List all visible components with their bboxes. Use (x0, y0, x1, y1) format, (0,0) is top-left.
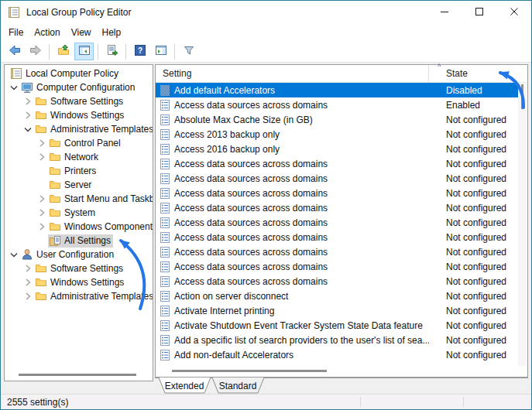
tree-item-content: Administrative Templates (34, 123, 153, 136)
chevron-collapsed-icon[interactable] (36, 207, 48, 219)
tree-item-windows-settings[interactable]: Windows Settings (5, 275, 153, 289)
tree-item-user-configuration[interactable]: User Configuration (5, 248, 153, 261)
chevron-expanded-icon[interactable] (8, 248, 20, 261)
tree-item-local-computer-policy[interactable]: Local Computer Policy (5, 67, 153, 80)
list-row[interactable]: Access data sources across domainsNot co… (156, 259, 518, 274)
chevron-expanded-icon[interactable] (8, 81, 20, 94)
back-button[interactable] (5, 43, 24, 60)
tree-item-windows-components[interactable]: Windows Components (5, 220, 153, 234)
chevron-collapsed-icon[interactable] (22, 262, 34, 275)
menu-file[interactable]: File (3, 26, 29, 39)
chevron-placeholder (36, 234, 48, 247)
policy-icon (160, 203, 170, 214)
vertical-scrollbar[interactable] (518, 83, 527, 366)
list-row[interactable]: Action on server disconnectNot configure… (156, 289, 518, 303)
help-button[interactable]: ? (130, 43, 149, 60)
tree-item-network[interactable]: Network (5, 150, 153, 164)
state-value: Not configured (429, 188, 518, 199)
tree-item-printers[interactable]: Printers (5, 164, 153, 178)
tree-item-label: Server (64, 179, 91, 190)
tree-item-control-panel[interactable]: Control Panel (5, 136, 153, 150)
list-row[interactable]: Add non-default AcceleratorsNot configur… (156, 347, 518, 362)
minimize-button[interactable] (427, 1, 462, 24)
tree-item-label: Windows Settings (50, 110, 124, 121)
list-row[interactable]: Activate Shutdown Event Tracker System S… (156, 318, 518, 333)
chevron-collapsed-icon[interactable] (22, 290, 34, 302)
tree-item-label: Printers (64, 166, 96, 176)
menu-help[interactable]: Help (97, 26, 127, 39)
up-one-level-button[interactable] (53, 43, 73, 60)
list-row[interactable]: Access 2016 backup onlyNot configured (156, 142, 518, 156)
list-row[interactable]: Access data sources across domainsNot co… (156, 200, 518, 215)
list-row[interactable]: Access data sources across domainsNot co… (156, 274, 518, 289)
setting-label: Access data sources across domains (174, 203, 328, 214)
gpo-icon (10, 67, 22, 80)
export-list-icon (106, 44, 118, 59)
policy-icon (160, 114, 170, 125)
setting-label: Access data sources across domains (174, 159, 328, 169)
tab-extended-label[interactable]: Extended (165, 381, 204, 391)
close-button[interactable] (496, 1, 531, 24)
list-row[interactable]: Add a specific list of search providers … (156, 333, 518, 347)
list-row[interactable]: Access data sources across domainsNot co… (156, 244, 518, 259)
chevron-collapsed-icon[interactable] (36, 151, 48, 163)
list-row[interactable]: Access data sources across domainsEnable… (156, 97, 518, 112)
state-value: Not configured (429, 144, 518, 155)
tree-item-system[interactable]: System (5, 206, 153, 220)
chevron-collapsed-icon[interactable] (36, 220, 48, 233)
state-value: Not configured (429, 276, 518, 287)
list-row[interactable]: Access data sources across domainsNot co… (156, 215, 518, 230)
tree-item-all-settings[interactable]: All Settings (5, 234, 153, 248)
tree-item-windows-settings[interactable]: Windows Settings (5, 108, 153, 122)
list-row[interactable]: Access 2013 backup onlyNot configured (156, 127, 518, 142)
setting-cell: Access data sources across domains (156, 173, 429, 184)
chevron-collapsed-icon[interactable] (22, 109, 34, 121)
list-row[interactable]: Access data sources across domainsNot co… (156, 186, 518, 200)
chevron-expanded-icon[interactable] (22, 123, 34, 135)
chevron-collapsed-icon[interactable] (36, 137, 48, 149)
list-row[interactable]: Access data sources across domainsNot co… (156, 156, 518, 171)
maximize-button[interactable] (462, 1, 496, 24)
policy-icon (160, 129, 170, 140)
chevron-collapsed-icon[interactable] (22, 95, 34, 108)
tree-item-server[interactable]: Server (5, 178, 153, 192)
action-pane-toggle[interactable] (151, 43, 170, 60)
tree-item-software-settings[interactable]: Software Settings (5, 94, 153, 108)
tree-item-administrative-templates[interactable]: Administrative Templates (5, 122, 153, 136)
tree-horizontal-scrollbar-thumb[interactable] (19, 374, 136, 376)
tree-item-start-menu-and-taskbar[interactable]: Start Menu and Taskbar (5, 192, 153, 206)
folder-icon (49, 151, 61, 163)
menu-view[interactable]: View (66, 26, 97, 39)
status-text: 2555 setting(s) (7, 397, 68, 408)
toolbar-separator (49, 44, 50, 60)
tree-item-computer-configuration[interactable]: Computer Configuration (5, 80, 153, 94)
list-row[interactable]: Absolute Max Cache Size (in GB)Not confi… (156, 112, 518, 127)
settings-list-panel: Setting ^ State Add default Accelerators… (155, 64, 528, 378)
column-header-setting[interactable]: Setting (156, 65, 429, 82)
list-horizontal-scrollbar-thumb[interactable] (172, 370, 327, 372)
tab-standard-label[interactable]: Standard (219, 381, 257, 391)
forward-button[interactable] (26, 43, 45, 60)
menu-bar: FileActionViewHelp (1, 24, 531, 41)
tree-item-software-settings[interactable]: Software Settings (5, 261, 153, 275)
policy-icon (160, 306, 170, 316)
list-row[interactable]: Add default AcceleratorsDisabled (156, 83, 518, 97)
chevron-collapsed-icon[interactable] (22, 276, 34, 289)
chevron-collapsed-icon[interactable] (36, 193, 48, 205)
list-row[interactable]: Activate Internet printingNot configured (156, 303, 518, 318)
console-tree-toggle[interactable] (74, 43, 94, 60)
filter-button[interactable] (179, 43, 198, 60)
tree-item-administrative-templates[interactable]: Administrative Templates (5, 289, 153, 303)
tree-item-label: Windows Components (64, 221, 153, 232)
column-header-state[interactable]: ^ State (429, 65, 518, 82)
state-value: Not configured (429, 232, 518, 243)
setting-label: Access data sources across domains (174, 261, 328, 272)
menu-action[interactable]: Action (29, 26, 65, 39)
list-row[interactable]: Access data sources across domainsNot co… (156, 230, 518, 244)
export-list-button[interactable] (102, 43, 122, 60)
toolbar-separator (125, 44, 126, 60)
list-row[interactable]: Access data sources across domainsNot co… (156, 171, 518, 186)
tree-item-content: Computer Configuration (20, 81, 137, 94)
vertical-scrollbar-thumb[interactable] (521, 84, 523, 109)
tree-item-content: Network (48, 151, 101, 164)
